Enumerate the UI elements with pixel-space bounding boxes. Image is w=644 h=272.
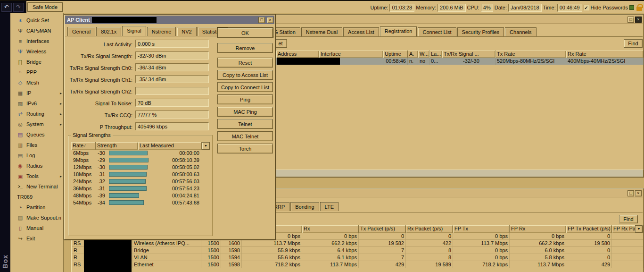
sidebar-item-radius[interactable]: ◉ Radius — [10, 161, 63, 171]
telnet-button[interactable]: Telnet — [217, 119, 273, 129]
tab-nv2[interactable]: NV2 — [177, 27, 196, 36]
tab-nstreme-dual[interactable]: Nstreme Dual — [301, 27, 342, 36]
signal-strength-ch2-field[interactable] — [135, 87, 209, 95]
sidebar-item-files[interactable]: ▥ Files — [10, 140, 63, 150]
sidebar-item-exit[interactable]: ↪ Exit — [10, 233, 63, 244]
column-dropdown-icon[interactable]: ▼ — [635, 225, 643, 233]
sidebar-item-make-supout[interactable]: ▤ Make Supout.rif — [10, 212, 63, 223]
signal-rate-row[interactable]: 12Mbps -30 00:58:05.02 — [71, 164, 210, 171]
safe-mode-button[interactable]: Safe Mode — [27, 2, 63, 12]
col-header-ap[interactable]: A. — [408, 51, 418, 58]
signal-strength-ch1-field[interactable]: -35/-34 dBm — [135, 75, 209, 83]
tab-nstreme[interactable]: Nstreme — [147, 27, 176, 36]
copy-to-access-list-button[interactable]: Copy to Access List — [217, 70, 273, 80]
torch-button[interactable]: Torch — [217, 144, 273, 153]
col-header-rx-packet[interactable]: Rx Packet (p/s) — [406, 225, 453, 233]
signal-strength-field[interactable]: -32/-30 dBm — [135, 51, 209, 60]
sidebar-item-tools[interactable]: ▣ Tools ▸ — [10, 171, 63, 181]
signal-to-noise-field[interactable]: 70 dB — [135, 99, 209, 107]
close-icon[interactable]: × — [267, 17, 273, 23]
restore-icon[interactable]: □ — [627, 17, 634, 23]
hide-passwords-checkbox[interactable]: ✓ — [584, 5, 589, 10]
tab-bonding[interactable]: Bonding — [290, 202, 319, 211]
col-header-uptime[interactable]: Uptime — [383, 51, 408, 58]
copy-to-connect-list-button[interactable]: Copy to Connect List — [217, 82, 273, 92]
interface-row[interactable]: R Bridge 1500 1598 55.9 kbps 6.4 kbps 7 … — [72, 247, 644, 254]
col-header-rx-rate[interactable]: Rx Rate — [566, 51, 644, 58]
find-button[interactable]: Find — [619, 215, 638, 223]
signal-rate-row[interactable]: 36Mbps -31 00:57:54.23 — [71, 185, 210, 192]
col-header-fp-rx[interactable]: FP Rx — [510, 225, 566, 233]
last-activity-field[interactable]: 0.000 s — [135, 40, 209, 48]
tab-access-list[interactable]: Access List — [343, 27, 379, 36]
sidebar-item-manual[interactable]: ▯ Manual — [10, 223, 63, 233]
sidebar-item-tr069[interactable]: TR069 — [10, 192, 63, 202]
signal-rate-row[interactable]: 9Mbps -29 00:58:10.39 — [71, 157, 210, 164]
col-header-signal[interactable]: Tx/Rx Signal ... — [442, 51, 495, 58]
ok-button[interactable]: OK — [217, 28, 273, 38]
col-header-fp-tx[interactable]: FP Tx — [453, 225, 510, 233]
sidebar-item-interfaces[interactable]: ≡ Interfaces — [10, 36, 63, 46]
col-header-address[interactable]: Address — [276, 51, 319, 58]
col-header-strength[interactable]: Strength — [96, 142, 138, 150]
dialog-titlebar[interactable]: AP Client □ × — [65, 16, 274, 24]
tab-registration[interactable]: Registration — [380, 26, 417, 36]
sidebar-item-queues[interactable]: ▤ Queues — [10, 129, 63, 140]
sidebar-item-quick-set[interactable]: ∗ Quick Set — [10, 15, 63, 26]
col-header-tx-rate[interactable]: Tx Rate — [495, 51, 566, 58]
signal-rate-row[interactable]: 6Mbps -30 00:00:00 — [71, 150, 210, 157]
signal-rate-row[interactable]: 18Mbps -31 00:58:00.63 — [71, 171, 210, 178]
signal-strength-ch0-field[interactable]: -36/-34 dBm — [135, 63, 209, 71]
p-throughput-field[interactable]: 405496 kbps — [135, 122, 209, 130]
mac-ping-button[interactable]: MAC Ping — [217, 107, 273, 117]
ccq-field[interactable]: 77/77 % — [135, 110, 209, 119]
redo-button[interactable]: ↷ — [13, 3, 24, 12]
tab-8021x[interactable]: 802.1x — [96, 27, 121, 36]
sidebar-item-routing[interactable]: ⇄ Routing ▸ — [10, 109, 63, 119]
close-icon[interactable]: × — [635, 17, 642, 23]
ping-button[interactable]: Ping — [217, 94, 273, 104]
col-header-tx-packet[interactable]: Tx Packet (p/s) — [359, 225, 406, 233]
tab-channels[interactable]: Channels — [505, 27, 536, 36]
col-header-interface[interactable]: Interface — [319, 51, 383, 58]
sidebar-item-ip[interactable]: ▦ IP ▸ — [10, 88, 63, 98]
find-button[interactable]: Find — [624, 39, 643, 48]
sidebar-item-wireless[interactable]: Ψ Wireless — [10, 46, 63, 57]
tab-lte[interactable]: LTE — [320, 202, 339, 211]
reset-button[interactable]: Reset — [217, 58, 273, 68]
restore-icon[interactable]: □ — [258, 17, 265, 23]
col-header-last-activity[interactable]: La... — [429, 51, 442, 58]
tab-connect-list[interactable]: Connect List — [418, 27, 456, 36]
sidebar-item-bridge[interactable]: ∏ Bridge — [10, 57, 63, 67]
restore-icon[interactable]: □ — [627, 190, 634, 196]
sidebar-item-new-terminal[interactable]: >_ New Terminal — [10, 181, 63, 192]
sidebar-item-partition[interactable]: ◔ Partition — [10, 202, 63, 212]
close-icon[interactable]: × — [635, 190, 642, 196]
mac-telnet-button[interactable]: MAC Telnet — [217, 131, 273, 141]
sidebar-item-ppp[interactable]: ≈ PPP — [10, 67, 63, 77]
column-dropdown-icon[interactable]: ▼ — [202, 142, 210, 150]
sidebar-item-capsman[interactable]: Ψ CAPsMAN — [10, 26, 63, 36]
tab-signal[interactable]: Signal — [122, 26, 146, 36]
signal-rate-row[interactable]: 24Mbps -32 00:57:56.03 — [71, 178, 210, 185]
sidebar-item-log[interactable]: ▤ Log — [10, 150, 63, 161]
signal-rate-row[interactable]: 48Mbps -39 00:04:24.81 — [71, 192, 210, 199]
col-header-rx[interactable]: Rx — [302, 225, 359, 233]
signal-rate-row[interactable]: 54Mbps -34 00:57:43.68 — [71, 199, 210, 206]
interface-row[interactable]: RS Wireless (Atheros IPQ... 1500 1600 11… — [72, 240, 644, 247]
tab-security-profiles[interactable]: Security Profiles — [457, 27, 504, 36]
sidebar-item-ipv6[interactable]: ▧ IPv6 ▸ — [10, 98, 63, 109]
tab-general[interactable]: General — [67, 27, 95, 36]
sidebar-item-system[interactable]: ◎ System ▸ — [10, 119, 63, 129]
terminal-icon: >_ — [17, 184, 24, 189]
reset-button-fragment[interactable]: et — [274, 39, 287, 48]
interface-row[interactable]: R VLAN 1500 1594 55.6 kbps 6.1 kbps 7 8 … — [72, 254, 644, 261]
undo-button[interactable]: ↶ — [1, 3, 12, 12]
col-header-fp-tx-packet[interactable]: FP Tx Packet (p/s) — [566, 225, 612, 233]
col-header-rate[interactable]: Rate∕ — [71, 142, 96, 150]
col-header-wds[interactable]: W... — [418, 51, 429, 58]
sidebar-item-mesh[interactable]: ◇ Mesh — [10, 77, 63, 88]
interface-row[interactable]: RS Ethernet 1500 1598 718.2 kbps 113.7 M… — [72, 261, 644, 268]
remove-button[interactable]: Remove — [217, 43, 273, 53]
col-header-last-measured[interactable]: Last Measured — [138, 142, 202, 150]
